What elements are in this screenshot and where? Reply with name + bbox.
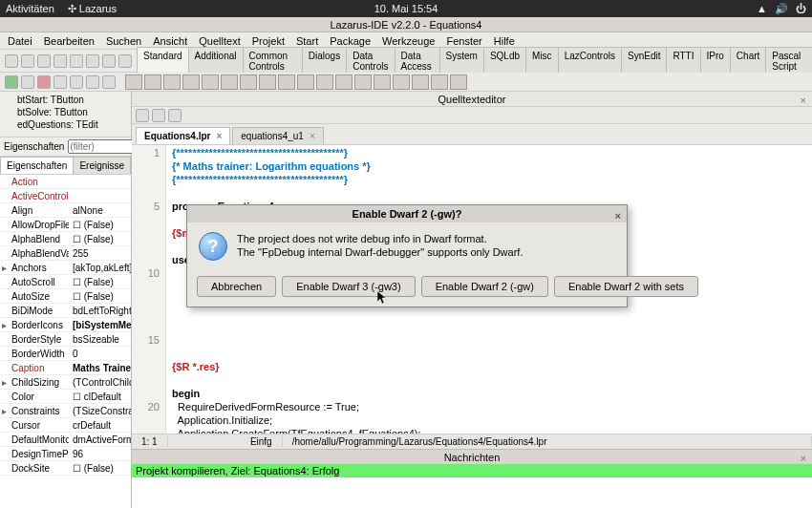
palette-tab[interactable]: Chart (730, 47, 766, 74)
tree-item[interactable]: edQuestions: TEdit (4, 118, 127, 131)
palette-component[interactable] (412, 74, 429, 90)
palette-component[interactable] (374, 74, 391, 90)
tree-item[interactable]: btSolve: TButton (4, 106, 127, 118)
prop-row[interactable]: Color☐ clDefault (0, 390, 131, 404)
menu-fenster[interactable]: Fenster (446, 35, 481, 47)
nav-dropdown-icon[interactable] (168, 109, 182, 122)
prop-row[interactable]: DockSite☐ (False) (0, 461, 131, 476)
saveall-icon[interactable] (53, 54, 67, 68)
messages-body[interactable]: Projekt kompilieren, Ziel: Equations4: E… (132, 464, 812, 508)
prop-row[interactable]: DesignTimePPI96 (0, 447, 131, 461)
menu-datei[interactable]: Datei (8, 35, 32, 47)
palette-tab[interactable]: RTTI (666, 47, 700, 74)
prop-row[interactable]: ActiveControl (0, 189, 131, 203)
newform-icon[interactable] (70, 54, 83, 68)
prop-row[interactable]: ▸ChildSizing(TControlChildSizing) (0, 375, 131, 390)
open-icon[interactable] (21, 54, 34, 68)
prop-row[interactable]: DefaultMonitordmActiveForm (0, 433, 131, 447)
palette-component[interactable] (259, 74, 276, 90)
palette-component[interactable] (335, 74, 353, 90)
palette-tab[interactable]: Misc (525, 47, 559, 74)
palette-tab[interactable]: SynEdit (621, 47, 667, 74)
palette-tab[interactable]: LazControls (558, 47, 622, 74)
menu-package[interactable]: Package (330, 35, 371, 47)
palette-component[interactable] (163, 74, 181, 90)
prop-row[interactable]: ▸Constraints(TSizeConstraints) (0, 404, 131, 418)
volume-icon[interactable]: 🔊 (775, 3, 788, 15)
units-icon[interactable] (102, 54, 116, 68)
pause-icon[interactable] (21, 75, 34, 89)
prop-row[interactable]: AutoSize☐ (False) (0, 289, 131, 304)
menu-start[interactable]: Start (296, 35, 318, 47)
menu-projekt[interactable]: Projekt (252, 35, 285, 47)
power-icon[interactable]: ⏻ (796, 3, 806, 14)
tree-item[interactable]: btStart: TButton (4, 94, 127, 106)
dialog-button[interactable]: Abbrechen (197, 276, 276, 297)
menu-suchen[interactable]: Suchen (106, 35, 141, 47)
network-icon[interactable]: ▲ (757, 3, 767, 14)
form-tree[interactable]: btStart: TButtonbtSolve: TButtonedQuesti… (0, 92, 131, 138)
palette-tab[interactable]: IPro (700, 47, 731, 74)
stop-icon[interactable] (37, 75, 51, 89)
new-icon[interactable] (5, 54, 18, 68)
palette-tab[interactable]: Data Access (395, 47, 440, 74)
palette-component[interactable] (431, 74, 448, 90)
file-tab[interactable]: Equations4.lpr× (136, 127, 230, 144)
palette-tab[interactable]: System (439, 47, 484, 74)
close-icon[interactable]: × (801, 93, 806, 108)
menu-bearbeiten[interactable]: Bearbeiten (44, 35, 95, 47)
file-tab[interactable]: equations4_u1× (232, 127, 323, 144)
palette-component[interactable] (450, 74, 467, 90)
palette-tab[interactable]: Data Controls (346, 47, 395, 74)
prop-row[interactable]: CursorcrDefault (0, 418, 131, 433)
palette-tab[interactable]: Additional (188, 47, 244, 74)
close-icon[interactable]: × (615, 207, 621, 224)
palette-component[interactable] (144, 74, 161, 90)
prop-row[interactable]: BiDiModebdLeftToRight (0, 304, 131, 318)
oi-tab[interactable]: Eigenschaften (0, 157, 74, 174)
stepover-icon[interactable] (53, 75, 67, 89)
run-icon[interactable] (5, 75, 18, 89)
prop-row[interactable]: AlphaBlendValue255 (0, 246, 131, 261)
message-line[interactable]: Projekt kompilieren, Ziel: Equations4: E… (132, 464, 812, 477)
close-icon[interactable]: × (216, 131, 222, 141)
nav-back-icon[interactable] (136, 109, 149, 122)
prop-row[interactable]: AlignalNone (0, 203, 131, 218)
prop-row[interactable]: AutoScroll☐ (False) (0, 275, 131, 289)
prop-row[interactable]: CaptionMaths Trainer (0, 361, 131, 375)
menu-quelltext[interactable]: Quelltext (199, 35, 240, 47)
stepout-icon[interactable] (86, 75, 99, 89)
menu-hilfe[interactable]: Hilfe (494, 35, 515, 47)
palette-component[interactable] (240, 74, 257, 90)
close-icon[interactable]: × (310, 131, 315, 141)
prop-row[interactable]: ▸BorderIcons[biSystemMenu] (0, 318, 131, 332)
palette-component[interactable] (202, 74, 219, 90)
activities-button[interactable]: Aktivitäten (6, 3, 54, 15)
palette-tab[interactable]: Common Controls (243, 47, 303, 74)
prop-row[interactable]: Action (0, 175, 131, 189)
dialog-button[interactable]: Enable Dwarf 2 with sets (554, 276, 698, 297)
palette-component[interactable] (278, 74, 295, 90)
palette-tab[interactable]: Pascal Script (765, 47, 812, 74)
palette-component[interactable] (182, 74, 200, 90)
prop-row[interactable]: BorderWidth0 (0, 347, 131, 361)
palette-component[interactable] (125, 74, 142, 90)
toggle-icon[interactable] (86, 54, 99, 68)
palette-tab[interactable]: Standard (137, 47, 189, 74)
property-grid[interactable]: ActionActiveControlAlignalNoneAllowDropF… (0, 175, 131, 508)
palette-component[interactable] (316, 74, 333, 90)
prop-row[interactable]: AlphaBlend☐ (False) (0, 232, 131, 246)
menu-werkzeuge[interactable]: Werkzeuge (382, 35, 435, 47)
prop-row[interactable]: ▸Anchors[akTop,akLeft] (0, 261, 131, 275)
forms-icon[interactable] (118, 54, 132, 68)
clock[interactable]: 10. Mai 15:54 (374, 3, 438, 14)
menu-ansicht[interactable]: Ansicht (153, 35, 187, 47)
palette-tab[interactable]: SQLdb (483, 47, 526, 74)
palette-tab[interactable]: Dialogs (302, 47, 347, 74)
dialog-button[interactable]: Enable Dwarf 2 (-gw) (421, 276, 548, 297)
palette-component[interactable] (297, 74, 314, 90)
build-icon[interactable] (102, 75, 116, 89)
close-icon[interactable]: × (801, 451, 806, 466)
palette-component[interactable] (354, 74, 372, 90)
app-menu[interactable]: ✣ Lazarus (68, 3, 117, 15)
